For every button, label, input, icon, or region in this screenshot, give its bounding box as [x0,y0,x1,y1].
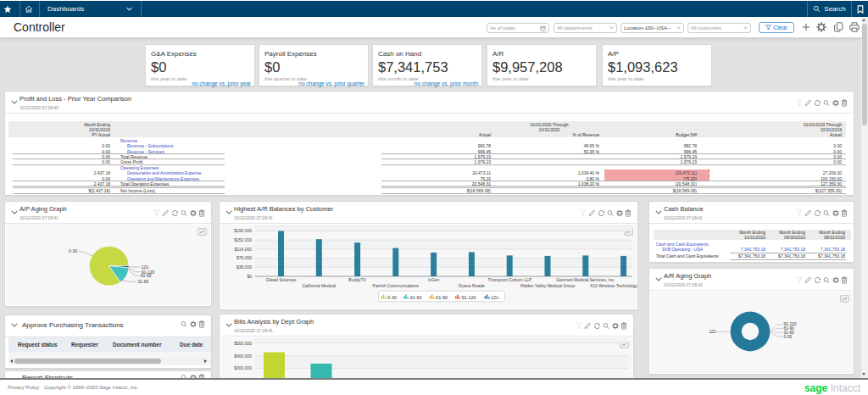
svg-text:X10 Wireless Technology: X10 Wireless Technology [590,283,638,288]
svg-text:91-120: 91-120 [462,295,476,300]
svg-text:$500,000: $500,000 [234,341,252,346]
svg-text:Thompson Coburn LLP: Thompson Coburn LLP [487,277,531,282]
svg-text:$76,000: $76,000 [236,255,252,260]
svg-text:California Medical: California Medical [302,283,336,288]
svg-text:$0: $0 [247,274,252,279]
svg-text:0-30: 0-30 [784,335,793,339]
svg-text:31-60: 31-60 [410,295,422,300]
svg-text:121-: 121- [491,295,500,300]
svg-text:0-30: 0-30 [387,295,397,300]
svg-text:InGen: InGen [428,277,440,282]
svg-text:$190,000: $190,000 [234,228,252,233]
svg-text:$300,000: $300,000 [234,365,252,370]
svg-text:61-90: 61-90 [141,273,152,278]
svg-text:121-: 121- [709,330,717,334]
svg-text:Gilead Sciences: Gilead Sciences [265,277,297,282]
svg-text:31-60: 31-60 [138,279,149,284]
svg-text:Hidden Valley Medical Group: Hidden Valley Medical Group [520,283,576,288]
svg-text:BuddyTV: BuddyTV [348,277,366,282]
svg-text:0-30: 0-30 [69,248,77,253]
svg-text:Duane Reade: Duane Reade [459,283,485,288]
svg-text:$114,000: $114,000 [235,247,253,252]
svg-text:61-90: 61-90 [436,295,448,300]
svg-text:$400,000: $400,000 [234,353,252,359]
svg-text:$38,000: $38,000 [236,264,252,270]
svg-text:$152,000: $152,000 [234,237,252,242]
svg-text:Gwinnett Medical Services, Inc: Gwinnett Medical Services, Inc. [556,277,615,282]
svg-text:Parrish Communications: Parrish Communications [373,283,420,288]
